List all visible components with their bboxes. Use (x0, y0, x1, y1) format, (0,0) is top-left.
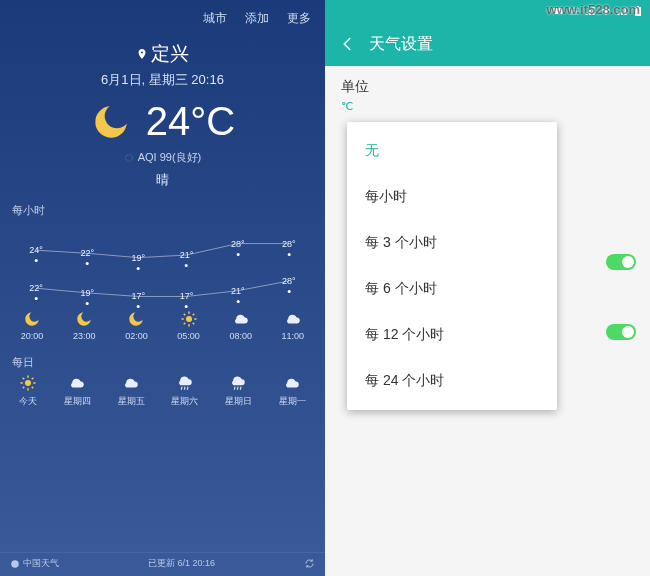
svg-line-18 (183, 323, 185, 325)
moon-icon (127, 310, 145, 328)
app-bar: 天气设置 (325, 22, 650, 66)
svg-line-19 (192, 314, 194, 316)
day-label: 星期一 (279, 395, 306, 408)
chart-point: 24° (29, 245, 43, 255)
daily-cell: 星期六 (171, 374, 198, 408)
add-link[interactable]: 添加 (245, 10, 269, 27)
brand-row: 中国天气 (10, 557, 59, 570)
hour-label: 23:00 (73, 331, 96, 341)
svg-line-25 (23, 378, 25, 380)
hourly-label: 每小时 (0, 195, 325, 220)
dropdown-item[interactable]: 每 3 个小时 (347, 220, 557, 266)
chart-point: 19° (132, 253, 146, 263)
svg-line-27 (23, 387, 25, 389)
dropdown-item[interactable]: 每小时 (347, 174, 557, 220)
cloud-icon (284, 310, 302, 328)
daily-cell: 星期五 (118, 374, 145, 408)
chart-point: 17° (180, 291, 194, 301)
chart-point: 28° (282, 239, 296, 249)
location-name: 定兴 (151, 41, 189, 67)
svg-line-32 (235, 387, 236, 390)
weather-screen: 城市 添加 更多 定兴 6月1日, 星期三 20:16 24°C AQI 99(… (0, 0, 325, 576)
svg-point-11 (186, 316, 192, 322)
daily-cell: 星期一 (279, 374, 306, 408)
condition-text: 晴 (0, 171, 325, 189)
daily-label: 每日 (0, 347, 325, 372)
hourly-cell: 20:00 (21, 310, 44, 341)
svg-point-20 (25, 380, 31, 386)
brand-text: 中国天气 (23, 557, 59, 570)
temperature-value: 24°C (146, 99, 235, 144)
aqi-icon (124, 153, 134, 163)
cloud-icon (122, 374, 140, 392)
settings-body: 单位 ℃ (325, 66, 650, 125)
chart-point: 17° (132, 291, 146, 301)
svg-line-31 (187, 387, 188, 390)
back-arrow-icon[interactable] (339, 35, 357, 53)
hourly-icons: 20:0023:0002:0005:0008:0011:00 (6, 310, 319, 341)
cloud-icon (232, 310, 250, 328)
city-link[interactable]: 城市 (203, 10, 227, 27)
hourly-chart-low: 22° 19° 17° 17° 21° 28° (12, 272, 313, 308)
top-menu: 城市 添加 更多 (0, 0, 325, 33)
chart-lines-low (12, 272, 313, 308)
weather-footer: 中国天气 已更新 6/1 20:16 (0, 552, 325, 576)
day-label: 星期四 (64, 395, 91, 408)
china-weather-icon (10, 559, 20, 569)
refresh-icon[interactable] (304, 558, 315, 569)
temperature-row: 24°C (0, 99, 325, 144)
svg-point-35 (11, 560, 19, 568)
hourly-cell: 05:00 (177, 310, 200, 341)
daily-cell: 今天 (19, 374, 37, 408)
chart-lines-high (12, 226, 313, 270)
rain-icon (229, 374, 247, 392)
hour-label: 02:00 (125, 331, 148, 341)
svg-point-0 (125, 154, 132, 161)
dropdown-item[interactable]: 无 (347, 128, 557, 174)
hourly-cell: 11:00 (282, 310, 305, 341)
toggle-switch-1[interactable] (606, 254, 636, 270)
daily-forecast: 今天星期四星期五星期六星期日星期一 (0, 372, 325, 412)
hourly-forecast: 24° 22° 19° 21° 28° 28° 22° 19° 17° 17° … (0, 220, 325, 347)
aqi-text: AQI 99(良好) (138, 150, 202, 165)
toggle-switch-2[interactable] (606, 324, 636, 340)
hour-label: 05:00 (177, 331, 200, 341)
rain-icon (176, 374, 194, 392)
moon-icon (23, 310, 41, 328)
more-link[interactable]: 更多 (287, 10, 311, 27)
chart-point: 28° (231, 239, 245, 249)
setting-unit-title[interactable]: 单位 (341, 78, 634, 96)
dropdown-item[interactable]: 每 24 个小时 (347, 358, 557, 404)
hour-label: 20:00 (21, 331, 44, 341)
dropdown-item[interactable]: 每 6 个小时 (347, 266, 557, 312)
chart-point: 21° (180, 250, 194, 260)
moon-icon (90, 101, 132, 143)
daily-row: 今天星期四星期五星期六星期日星期一 (6, 374, 319, 408)
svg-line-29 (181, 387, 182, 390)
hourly-chart-high: 24° 22° 19° 21° 28° 28° (12, 226, 313, 270)
settings-screen: HD www.it528.com 天气设置 单位 ℃ 无每小时每 3 个小时每 … (325, 0, 650, 576)
updated-text: 已更新 6/1 20:16 (59, 557, 304, 570)
hour-label: 08:00 (229, 331, 252, 341)
sun-icon (180, 310, 198, 328)
day-label: 今天 (19, 395, 37, 408)
interval-dropdown: 无每小时每 3 个小时每 6 个小时每 12 个小时每 24 个小时 (347, 122, 557, 410)
chart-point: 28° (282, 276, 296, 286)
appbar-title: 天气设置 (369, 34, 433, 55)
svg-line-26 (32, 387, 34, 389)
daily-cell: 星期日 (225, 374, 252, 408)
location-pin-icon (136, 47, 148, 61)
datetime-text: 6月1日, 星期三 20:16 (0, 71, 325, 89)
dropdown-item[interactable]: 每 12 个小时 (347, 312, 557, 358)
svg-line-30 (184, 387, 185, 390)
daily-cell: 星期四 (64, 374, 91, 408)
hourly-cell: 23:00 (73, 310, 96, 341)
svg-line-28 (32, 378, 34, 380)
aqi-row: AQI 99(良好) (0, 150, 325, 165)
svg-line-17 (192, 323, 194, 325)
cloud-icon (283, 374, 301, 392)
hourly-cell: 08:00 (229, 310, 252, 341)
current-weather: 定兴 6月1日, 星期三 20:16 24°C AQI 99(良好) 晴 (0, 33, 325, 195)
day-label: 星期日 (225, 395, 252, 408)
chart-point: 19° (80, 288, 94, 298)
